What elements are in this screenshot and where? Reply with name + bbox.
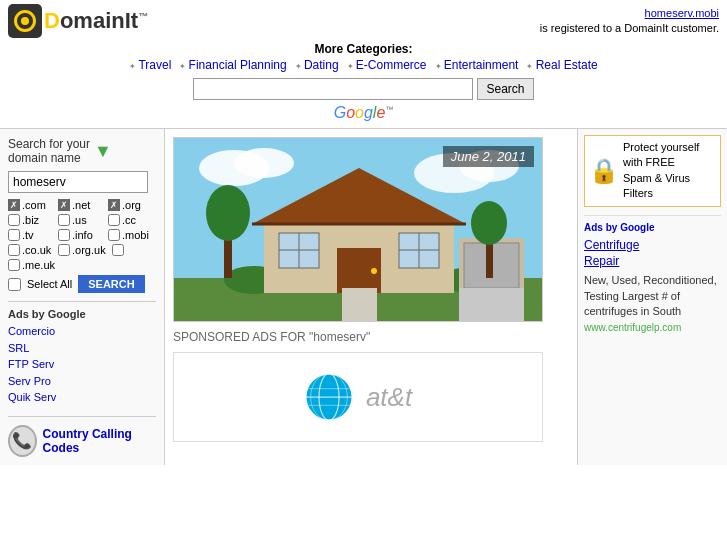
google-logo-row: Google™ bbox=[8, 104, 719, 124]
protect-text: Protect yourself with FREE Spam & Virus … bbox=[623, 140, 699, 202]
tld-meuk[interactable]: .me.uk bbox=[8, 259, 55, 271]
categories-nav: More Categories: Travel Financial Planni… bbox=[8, 38, 719, 76]
tld-couk[interactable]: .co.uk bbox=[8, 244, 52, 256]
left-sidebar: Search for your domain name ▼ ✗ .com ✗ .… bbox=[0, 129, 165, 465]
country-codes-label: Country Calling Codes bbox=[43, 427, 156, 455]
svg-rect-22 bbox=[459, 288, 524, 322]
country-codes-section[interactable]: 📞 Country Calling Codes bbox=[8, 416, 156, 457]
sidebar-ad-ftp[interactable]: FTP Serv bbox=[8, 356, 156, 373]
logo-icon bbox=[8, 4, 42, 38]
logo[interactable]: DomainIt™ bbox=[8, 4, 148, 38]
tld-biz[interactable]: .biz bbox=[8, 214, 52, 226]
sponsored-label: SPONSORED ADS FOR "homeserv" bbox=[173, 330, 569, 344]
sidebar-ad-quik[interactable]: Quik Serv bbox=[8, 389, 156, 406]
domain-search-button[interactable]: SEARCH bbox=[78, 275, 144, 293]
tld-tv[interactable]: .tv bbox=[8, 229, 52, 241]
registered-link[interactable]: homeserv.mobi bbox=[645, 7, 719, 19]
registered-line2: is registered to a DomainIt customer. bbox=[540, 22, 719, 34]
search-label-line2: domain name bbox=[8, 151, 90, 165]
google-search-input[interactable] bbox=[193, 78, 473, 100]
tld-net[interactable]: ✗ .net bbox=[58, 199, 102, 211]
categories-row: Travel Financial Planning Dating E-Comme… bbox=[8, 56, 719, 74]
header: DomainIt™ homeserv.mobi is registered to… bbox=[0, 0, 727, 129]
tld-com[interactable]: ✗ .com bbox=[8, 199, 52, 211]
tld-row-1: ✗ .com ✗ .net ✗ .org bbox=[8, 199, 156, 211]
registered-text: homeserv.mobi is registered to a DomainI… bbox=[540, 6, 719, 37]
tld-row-5: .me.uk bbox=[8, 259, 156, 271]
logo-text: DomainIt™ bbox=[44, 8, 148, 34]
sidebar-ad-srl[interactable]: SRL bbox=[8, 340, 156, 357]
sidebar-ads-label: Ads by Google bbox=[8, 308, 156, 320]
tld-info[interactable]: .info bbox=[58, 229, 102, 241]
cat-dating[interactable]: Dating bbox=[295, 58, 339, 72]
att-label: at&t bbox=[366, 382, 412, 413]
tld-org[interactable]: ✗ .org bbox=[108, 199, 152, 211]
tld-orguk[interactable]: .org.uk bbox=[58, 244, 106, 256]
cat-ecommerce[interactable]: E-Commerce bbox=[347, 58, 427, 72]
centrifuge-ad-url: www.centrifugelp.com bbox=[584, 322, 721, 333]
categories-label: More Categories: bbox=[314, 42, 412, 56]
right-ads-label: Ads by Google bbox=[584, 222, 721, 233]
cat-travel[interactable]: Travel bbox=[129, 58, 171, 72]
search-label-line1: Search for your bbox=[8, 137, 90, 151]
sidebar-ads-section: Ads by Google Comercio SRL FTP Serv Serv… bbox=[8, 301, 156, 406]
svg-point-27 bbox=[471, 201, 507, 245]
domain-search-input[interactable] bbox=[8, 171, 148, 193]
lock-icon: 🔒 bbox=[589, 157, 619, 185]
select-all-checkbox[interactable] bbox=[8, 278, 21, 291]
protect-box: 🔒 Protect yourself with FREE Spam & Viru… bbox=[584, 135, 721, 207]
house-image: June 2, 2011 bbox=[173, 137, 543, 322]
sidebar-ad-serv-pro[interactable]: Serv Pro bbox=[8, 373, 156, 390]
center-content: June 2, 2011 SPONSORED ADS FOR "homeserv… bbox=[165, 129, 577, 465]
att-logo bbox=[304, 372, 354, 422]
main-content: Search for your domain name ▼ ✗ .com ✗ .… bbox=[0, 129, 727, 465]
down-arrow-icon: ▼ bbox=[94, 141, 112, 162]
tld-mobi[interactable]: .mobi bbox=[108, 229, 152, 241]
svg-point-2 bbox=[234, 148, 294, 178]
phone-icon: 📞 bbox=[8, 425, 37, 457]
domain-search-label: Search for your domain name ▼ bbox=[8, 137, 156, 165]
att-advertisement[interactable]: at&t bbox=[173, 352, 543, 442]
google-logo: Google™ bbox=[334, 104, 394, 121]
logo-circle bbox=[14, 10, 36, 32]
tld-row-2: .biz .us .cc bbox=[8, 214, 156, 226]
house-date: June 2, 2011 bbox=[443, 146, 534, 167]
tld-us[interactable]: .us bbox=[58, 214, 102, 226]
svg-point-25 bbox=[206, 185, 250, 241]
select-all-label: Select All bbox=[27, 278, 72, 290]
right-sidebar: 🔒 Protect yourself with FREE Spam & Viru… bbox=[577, 129, 727, 465]
cat-entertainment[interactable]: Entertainment bbox=[435, 58, 519, 72]
logo-tm: ™ bbox=[138, 11, 148, 22]
centrifuge-ad-desc: New, Used, Reconditioned, Testing Larges… bbox=[584, 273, 721, 319]
centrifuge-ad-title[interactable]: Centrifuge Repair bbox=[584, 237, 721, 271]
tld-row-3: .tv .info .mobi bbox=[8, 229, 156, 241]
tld-cc[interactable]: .cc bbox=[108, 214, 152, 226]
select-all-row: Select All SEARCH bbox=[8, 275, 156, 293]
cat-financial-planning[interactable]: Financial Planning bbox=[179, 58, 286, 72]
tld-extra[interactable] bbox=[112, 244, 156, 256]
right-ads-container: Ads by Google Centrifuge Repair New, Use… bbox=[584, 215, 721, 334]
logo-row: DomainIt™ homeserv.mobi is registered to… bbox=[8, 4, 719, 38]
google-search-row: Search bbox=[8, 76, 719, 104]
sidebar-ad-comercio[interactable]: Comercio bbox=[8, 323, 156, 340]
tld-row-4: .co.uk .org.uk bbox=[8, 244, 156, 256]
svg-point-13 bbox=[371, 268, 377, 274]
cat-real-estate[interactable]: Real Estate bbox=[526, 58, 597, 72]
svg-rect-23 bbox=[342, 288, 377, 322]
google-search-button[interactable]: Search bbox=[477, 78, 533, 100]
